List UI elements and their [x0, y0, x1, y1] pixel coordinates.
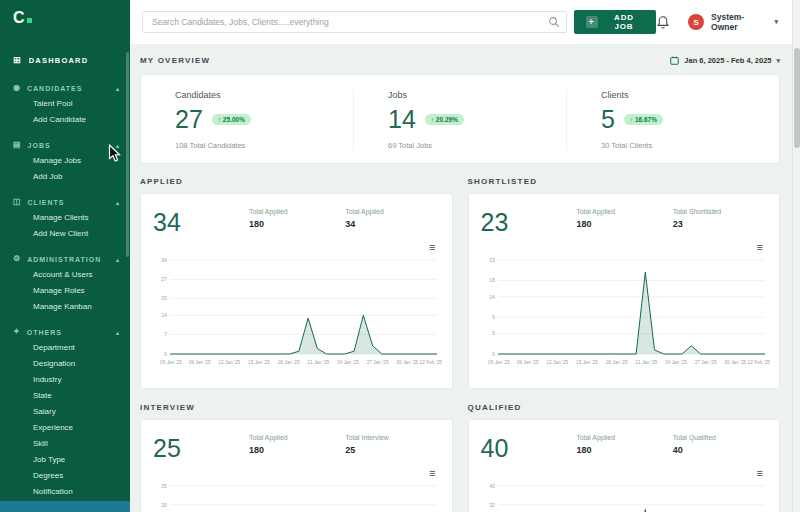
- svg-text:23: 23: [489, 257, 495, 263]
- user-avatar[interactable]: S: [688, 14, 704, 30]
- sidebar-item-manage-jobs[interactable]: Manage Jobs: [0, 152, 130, 168]
- svg-text:06 Jan '25: 06 Jan '25: [160, 360, 182, 365]
- sidebar-scrollbar[interactable]: [126, 52, 129, 257]
- candidates-icon: ◉: [13, 84, 21, 92]
- chevron-down-icon: ▾: [776, 57, 780, 65]
- chart-big-value: 40: [481, 432, 577, 461]
- sidebar: C ⊞ DASHBOARD ◉CANDIDATES▴Talent PoolAdd…: [0, 0, 130, 512]
- svg-text:25: 25: [161, 483, 167, 489]
- user-name: System-Owner: [711, 12, 769, 32]
- sidebar-section-header-jobs[interactable]: ▤JOBS▴: [0, 138, 130, 152]
- sidebar-item-dashboard[interactable]: ⊞ DASHBOARD: [0, 51, 130, 70]
- svg-text:02 Feb '25: 02 Feb '25: [419, 360, 442, 365]
- svg-text:27: 27: [161, 276, 167, 282]
- sidebar-item-job-type[interactable]: Job Type: [0, 451, 130, 467]
- dashboard-label: DASHBOARD: [29, 56, 89, 65]
- sidebar-item-add-new-client[interactable]: Add New Client: [0, 225, 130, 241]
- svg-text:21 Jan '25: 21 Jan '25: [307, 360, 329, 365]
- logo-mark: [27, 18, 32, 23]
- sidebar-item-salary[interactable]: Salary: [0, 403, 130, 419]
- page-scrollbar[interactable]: [792, 0, 800, 512]
- notification-bell-icon[interactable]: [656, 15, 670, 30]
- chart-menu-icon[interactable]: ≡: [429, 468, 435, 479]
- sidebar-item-skill[interactable]: Skill: [0, 435, 130, 451]
- svg-text:27 Jan '25: 27 Jan '25: [694, 360, 716, 365]
- user-menu[interactable]: System-Owner ▾: [711, 12, 778, 32]
- app-logo[interactable]: C: [0, 0, 130, 27]
- stat-subtitle: 69 Total Jobs: [388, 141, 566, 150]
- logo-letter: C: [13, 9, 25, 26]
- sidebar-item-manage-roles[interactable]: Manage Roles: [0, 282, 130, 298]
- stat-label: Jobs: [388, 90, 566, 100]
- chart-plot: 051015202506 Jan '2509 Jan '2512 Jan '25…: [153, 482, 442, 512]
- sidebar-section-administration: ⚙ADMINISTRATION▴Account & UsersManage Ro…: [0, 252, 130, 314]
- sidebar-item-manage-kanban[interactable]: Manage Kanban: [0, 298, 130, 314]
- svg-text:30 Jan '25: 30 Jan '25: [396, 360, 418, 365]
- svg-text:24 Jan '25: 24 Jan '25: [665, 360, 687, 365]
- date-range-picker[interactable]: Jan 6, 2025 - Feb 4, 2025 ▾: [670, 56, 780, 65]
- overview-header: MY OVERVIEW Jan 6, 2025 - Feb 4, 2025 ▾: [140, 56, 780, 65]
- chart-stat-2: Total Interview25: [345, 432, 441, 461]
- sidebar-item-degrees[interactable]: Degrees: [0, 467, 130, 483]
- add-job-label: ADD JOB: [604, 13, 645, 31]
- stat-candidates: Candidates27↑ 25.00%108 Total Candidates: [141, 90, 353, 150]
- section-label: ADMINISTRATION: [27, 256, 101, 263]
- jobs-icon: ▤: [13, 141, 22, 149]
- svg-text:40: 40: [489, 483, 495, 489]
- stat-subtitle: 30 Total Clients: [601, 141, 779, 150]
- stat-subtitle: 108 Total Candidates: [175, 141, 353, 150]
- chart-card-shortlisted: 23Total Applied180Total Shortlisted23≡05…: [468, 193, 781, 389]
- page-title: MY OVERVIEW: [140, 56, 210, 65]
- svg-text:14: 14: [161, 312, 167, 318]
- sidebar-section-header-others[interactable]: ✦OTHERS▴: [0, 325, 130, 339]
- stat-value: 27: [175, 107, 203, 132]
- arrow-up-icon: ↑: [431, 116, 434, 123]
- svg-text:21 Jan '25: 21 Jan '25: [635, 360, 657, 365]
- chart-big-value: 25: [153, 432, 249, 461]
- topbar: + ADD JOB S System-Owner ▾: [130, 0, 792, 44]
- arrow-up-icon: ↑: [218, 116, 221, 123]
- chevron-up-icon: ▴: [116, 142, 120, 149]
- chart-menu-icon[interactable]: ≡: [757, 468, 763, 479]
- page-scrollbar-thumb[interactable]: [794, 48, 800, 148]
- chart-stat-1: Total Applied180: [249, 206, 345, 235]
- sidebar-section-header-administration[interactable]: ⚙ADMINISTRATION▴: [0, 252, 130, 266]
- chevron-up-icon: ▴: [116, 329, 120, 336]
- chart-menu-icon[interactable]: ≡: [757, 242, 763, 253]
- chevron-down-icon: ▾: [774, 18, 778, 26]
- chart-menu-icon[interactable]: ≡: [429, 242, 435, 253]
- chart-section-interview: INTERVIEW25Total Applied180Total Intervi…: [140, 403, 453, 512]
- section-label: JOBS: [28, 142, 51, 149]
- chart-stat-2: Total Applied34: [345, 206, 441, 235]
- sidebar-item-designation[interactable]: Designation: [0, 355, 130, 371]
- sidebar-item-state[interactable]: State: [0, 387, 130, 403]
- stat-value: 5: [601, 107, 615, 132]
- chart-stat-2: Total Shortlisted23: [673, 206, 769, 235]
- svg-text:24 Jan '25: 24 Jan '25: [337, 360, 359, 365]
- sidebar-item-notification[interactable]: Notification: [0, 483, 130, 499]
- stat-value: 14: [388, 107, 416, 132]
- sidebar-item-industry[interactable]: Industry: [0, 371, 130, 387]
- svg-text:32: 32: [489, 502, 495, 508]
- svg-text:15 Jan '25: 15 Jan '25: [248, 360, 270, 365]
- sidebar-item-add-job[interactable]: Add Job: [0, 168, 130, 184]
- search-input[interactable]: [142, 11, 567, 33]
- stat-label: Candidates: [175, 90, 353, 100]
- sidebar-item-account-users[interactable]: Account & Users: [0, 266, 130, 282]
- chart-big-value: 23: [481, 206, 577, 235]
- sidebar-item-talent-pool[interactable]: Talent Pool: [0, 95, 130, 111]
- add-job-button[interactable]: + ADD JOB: [574, 10, 657, 34]
- svg-text:18 Jan '25: 18 Jan '25: [605, 360, 627, 365]
- sidebar-item-department[interactable]: Department: [0, 339, 130, 355]
- sidebar-item-add-candidate[interactable]: Add Candidate: [0, 111, 130, 127]
- sidebar-item-experience[interactable]: Experience: [0, 419, 130, 435]
- svg-text:20: 20: [161, 295, 167, 301]
- sidebar-section-candidates: ◉CANDIDATES▴Talent PoolAdd Candidate: [0, 81, 130, 127]
- chart-section-title: SHORTLISTED: [468, 177, 781, 186]
- sidebar-section-header-candidates[interactable]: ◉CANDIDATES▴: [0, 81, 130, 95]
- sidebar-section-header-clients[interactable]: ◫CLIENTS▴: [0, 195, 130, 209]
- svg-text:09 Jan '25: 09 Jan '25: [189, 360, 211, 365]
- chart-plot: 081624324006 Jan '2509 Jan '2512 Jan '25…: [481, 482, 770, 512]
- svg-text:15 Jan '25: 15 Jan '25: [576, 360, 598, 365]
- sidebar-item-manage-clients[interactable]: Manage Clients: [0, 209, 130, 225]
